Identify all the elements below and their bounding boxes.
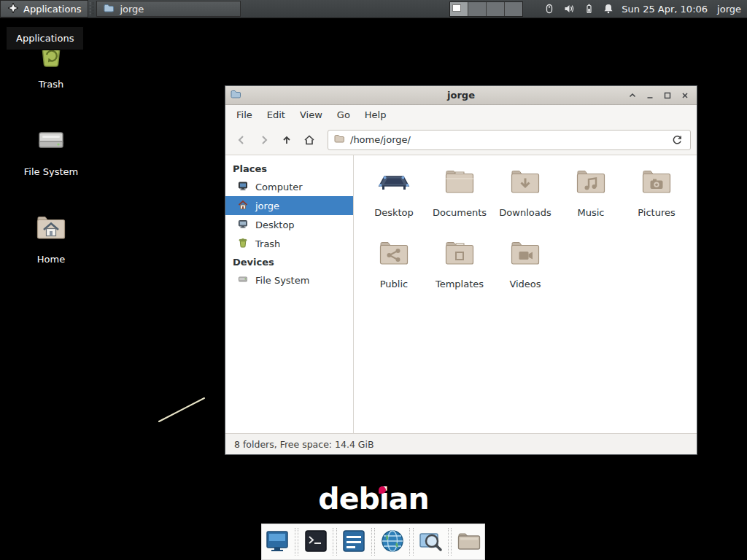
workspace-2[interactable] (468, 2, 487, 16)
sidebar-item-label: Desktop (255, 219, 295, 230)
volume-icon[interactable] (562, 2, 576, 15)
top-panel: Applications jorge Sun 25 Apr, 10:06 jor… (0, 0, 747, 18)
file-manager-launcher-icon (456, 528, 482, 556)
terminal-launcher-icon (303, 528, 329, 556)
applications-menu-label: Applications (23, 4, 81, 15)
desktop-icon-label: File System (24, 166, 78, 177)
applications-menu-button[interactable]: Applications (0, 0, 88, 18)
sidebar-item-trash[interactable]: Trash (225, 234, 353, 253)
terminal-launcher[interactable] (300, 526, 331, 558)
videos-folder-icon (508, 236, 543, 273)
bottom-dock (261, 524, 485, 560)
sidebar-item-computer[interactable]: Computer (225, 177, 353, 196)
home-button[interactable] (299, 130, 320, 150)
notification-bell-icon[interactable] (602, 2, 615, 15)
dock-separator (409, 528, 414, 556)
up-button[interactable] (276, 130, 297, 150)
menu-help[interactable]: Help (358, 106, 393, 123)
desktop-icon-file-system[interactable]: File System (16, 122, 86, 177)
forward-button[interactable] (254, 130, 274, 150)
file-item-downloads[interactable]: Downloads (492, 164, 558, 236)
app-finder-launcher-icon (417, 528, 444, 556)
web-browser-launcher-icon (379, 528, 406, 556)
app-finder-launcher[interactable] (415, 526, 446, 558)
menu-edit[interactable]: Edit (260, 106, 292, 123)
downloads-folder-icon (508, 164, 543, 201)
shade-button[interactable] (625, 88, 640, 102)
drive-icon (237, 273, 249, 287)
file-item-videos[interactable]: Videos (492, 236, 558, 307)
sidebar-item-label: Computer (255, 182, 303, 192)
dock-separator (333, 528, 337, 556)
file-view[interactable]: Desktop Documents (354, 155, 697, 433)
desktop-icon (237, 218, 249, 232)
back-button[interactable] (231, 130, 252, 150)
sidebar-item-label: File System (255, 275, 309, 286)
computer-icon (237, 180, 249, 194)
mouse-device-icon[interactable] (543, 2, 556, 15)
maximize-button[interactable] (660, 88, 675, 102)
menu-go[interactable]: Go (330, 106, 357, 123)
sidebar: Places Computer jorge Desktop (225, 155, 354, 433)
file-manager-window: jorge File Edit View Go Help (225, 85, 697, 455)
file-item-music[interactable]: Music (558, 164, 624, 236)
trash-icon (237, 237, 249, 251)
path-bar[interactable]: /home/jorge/ (328, 130, 691, 150)
statusbar-text: 8 folders, Free space: 14.4 GiB (234, 439, 374, 450)
public-folder-icon (376, 236, 411, 273)
file-item-label: Templates (436, 279, 484, 289)
desktop-icon-label: Home (37, 254, 65, 265)
workspace-switcher[interactable] (449, 1, 523, 17)
desktop-icon-label: Trash (39, 79, 63, 90)
toolbar: /home/jorge/ (225, 125, 697, 155)
menu-file[interactable]: File (230, 106, 259, 123)
panel-tray-area: Sun 25 Apr, 10:06 jorge (449, 0, 747, 18)
panel-username[interactable]: jorge (714, 4, 741, 15)
battery-icon[interactable] (582, 2, 595, 15)
display-launcher-icon (264, 528, 290, 556)
home-icon (237, 199, 249, 213)
file-item-label: Music (578, 207, 605, 218)
file-item-label: Desktop (374, 207, 414, 218)
sidebar-item-label: jorge (255, 201, 279, 211)
workspace-3[interactable] (487, 2, 505, 16)
file-item-public[interactable]: Public (361, 236, 427, 307)
file-item-documents[interactable]: Documents (427, 164, 492, 236)
reload-button[interactable] (669, 132, 685, 148)
music-folder-icon (573, 164, 608, 201)
applications-tooltip: Applications (6, 26, 84, 50)
drive-icon (34, 122, 69, 160)
editor-launcher-icon (341, 528, 367, 556)
web-browser-launcher[interactable] (376, 526, 408, 558)
sidebar-item-label: Trash (255, 238, 280, 249)
menu-view[interactable]: View (293, 106, 329, 123)
editor-launcher[interactable] (338, 526, 370, 558)
dock-separator (371, 528, 376, 556)
titlebar[interactable]: jorge (225, 86, 697, 105)
menubar: File Edit View Go Help (225, 105, 697, 125)
sidebar-item-file-system[interactable]: File System (225, 271, 353, 289)
path-folder-icon (333, 133, 345, 147)
workspace-4[interactable] (505, 2, 522, 16)
close-button[interactable] (678, 88, 692, 102)
taskbar-window-button[interactable]: jorge (96, 1, 241, 17)
path-input[interactable]: /home/jorge/ (350, 134, 664, 145)
desktop-folder-icon (376, 164, 411, 201)
workspace-1[interactable] (450, 2, 468, 16)
minimize-button[interactable] (643, 88, 657, 102)
file-item-label: Pictures (638, 207, 675, 218)
panel-clock[interactable]: Sun 25 Apr, 10:06 (622, 4, 708, 15)
sidebar-item-jorge[interactable]: jorge (225, 196, 353, 215)
desktop-icon-home[interactable]: Home (16, 210, 86, 265)
window-folder-icon (230, 88, 241, 102)
file-item-templates[interactable]: Templates (427, 236, 492, 307)
file-item-desktop[interactable]: Desktop (361, 164, 427, 236)
sidebar-item-desktop[interactable]: Desktop (225, 215, 353, 234)
file-item-pictures[interactable]: Pictures (624, 164, 689, 236)
templates-folder-icon (442, 236, 477, 273)
file-item-label: Documents (433, 207, 487, 218)
applications-icon (7, 2, 19, 16)
folder-icon (103, 2, 115, 16)
display-launcher[interactable] (262, 526, 293, 558)
file-manager-launcher[interactable] (453, 526, 484, 558)
